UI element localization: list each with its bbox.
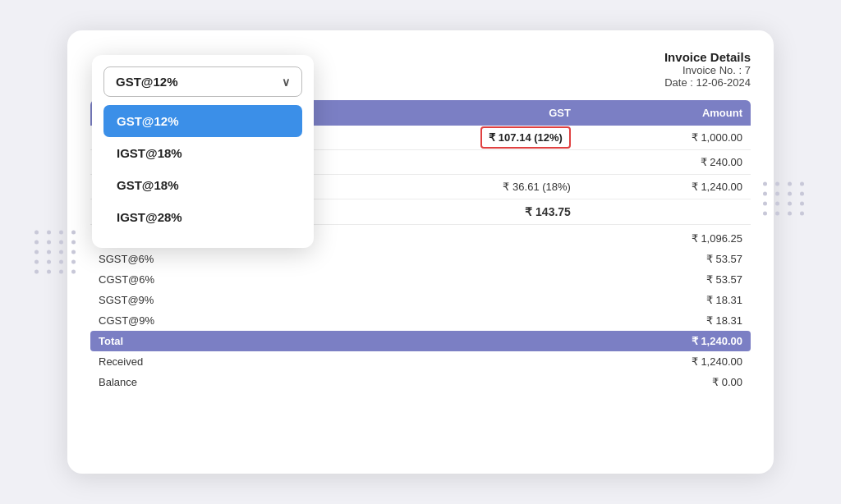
dropdown-list: GST@12% IGST@18% GST@18% IGST@28% xyxy=(103,105,302,233)
gst-dropdown-trigger[interactable]: GST@12% ∨ xyxy=(103,66,302,97)
summary-row-sgst6: SGST@6% ₹ 53.57 xyxy=(90,249,751,269)
cgst6-label: CGST@6% xyxy=(99,273,154,286)
row3-gst: ₹ 36.61 (18%) xyxy=(308,175,579,199)
sgst6-label: SGST@6% xyxy=(99,253,154,265)
balance-label: Balance xyxy=(99,376,137,388)
row3-amount: ₹ 1,240.00 xyxy=(579,175,751,199)
dropdown-option-igst28[interactable]: IGST@28% xyxy=(103,201,302,233)
summary-row-received: Received ₹ 1,240.00 xyxy=(90,351,751,372)
dropdown-option-gst12[interactable]: GST@12% xyxy=(103,105,302,137)
gst-total-value: ₹ 143.75 xyxy=(308,199,579,225)
gst-total-amount-empty xyxy=(579,199,751,225)
dropdown-option-igst18[interactable]: IGST@18% xyxy=(103,137,302,169)
sgst9-value: ₹ 18.31 xyxy=(706,294,742,306)
summary-row-cgst9: CGST@9% ₹ 18.31 xyxy=(90,310,751,331)
total-value: ₹ 1,240.00 xyxy=(692,335,742,347)
cgst9-label: CGST@9% xyxy=(99,314,154,327)
summary-section: Sub Total ₹ 1,096.25 SGST@6% ₹ 53.57 CGS… xyxy=(90,228,751,392)
col-header-amount: Amount xyxy=(579,100,751,126)
row2-amount: ₹ 240.00 xyxy=(579,150,751,175)
dropdown-selected-label: GST@12% xyxy=(116,75,177,89)
sgst9-label: SGST@9% xyxy=(99,294,154,306)
row1-amount: ₹ 1,000.00 xyxy=(579,126,751,150)
received-label: Received xyxy=(99,355,143,368)
received-value: ₹ 1,240.00 xyxy=(692,355,742,368)
main-card: GST@12% ∨ GST@12% IGST@18% GST@18% IGST@… xyxy=(67,30,774,474)
row1-gst: ₹ 107.14 (12%) xyxy=(308,126,579,150)
cgst6-value: ₹ 53.57 xyxy=(706,273,742,286)
row2-gst xyxy=(308,150,579,175)
summary-row-cgst6: CGST@6% ₹ 53.57 xyxy=(90,269,751,290)
dropdown-option-gst18[interactable]: GST@18% xyxy=(103,169,302,201)
summary-row-sgst9: SGST@9% ₹ 18.31 xyxy=(90,290,751,310)
summary-row-total: Total ₹ 1,240.00 xyxy=(90,331,751,351)
gst-dropdown-overlay: GST@12% ∨ GST@12% IGST@18% GST@18% IGST@… xyxy=(92,55,314,248)
subtotal-value: ₹ 1,096.25 xyxy=(692,232,742,245)
col-header-gst: GST xyxy=(308,100,579,126)
cgst9-value: ₹ 18.31 xyxy=(706,314,742,327)
total-label: Total xyxy=(99,335,123,347)
chevron-down-icon: ∨ xyxy=(282,76,290,89)
balance-value: ₹ 0.00 xyxy=(712,376,742,388)
sgst6-value: ₹ 53.57 xyxy=(706,253,742,265)
summary-row-balance: Balance ₹ 0.00 xyxy=(90,372,751,392)
